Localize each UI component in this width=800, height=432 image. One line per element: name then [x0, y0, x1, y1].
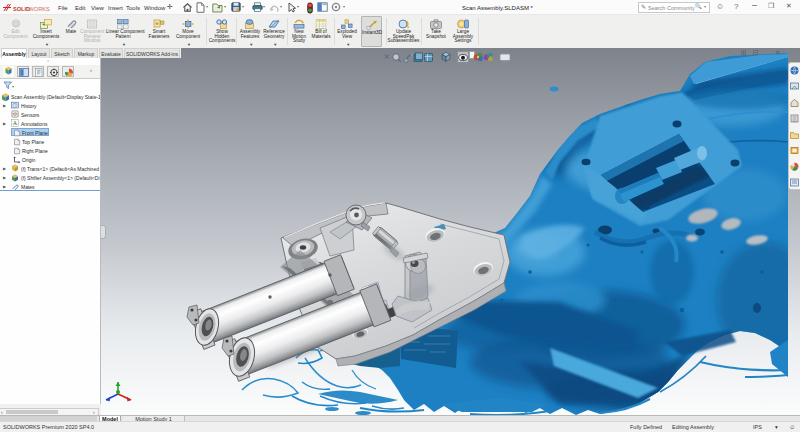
svg-text:A: A: [13, 120, 18, 126]
svg-text:WORKS: WORKS: [29, 6, 50, 12]
